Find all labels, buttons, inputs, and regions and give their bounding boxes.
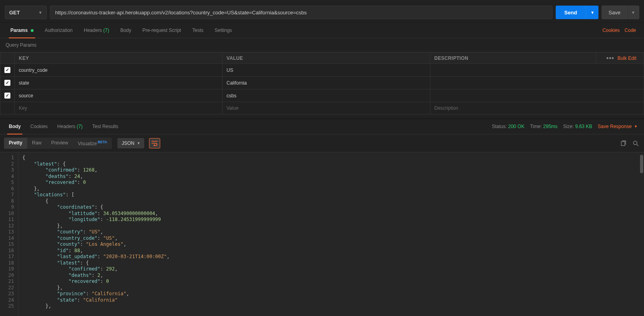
resp-tab-headers[interactable]: Headers (7) <box>52 119 87 134</box>
green-dot-icon <box>31 29 34 32</box>
send-button[interactable]: Send <box>556 6 586 19</box>
param-description[interactable] <box>430 80 644 86</box>
resp-tab-cookies[interactable]: Cookies <box>26 119 52 134</box>
svg-point-1 <box>633 141 637 144</box>
cookies-link[interactable]: Cookies <box>602 28 620 33</box>
scrollbar-thumb[interactable] <box>640 155 643 173</box>
tab-prerequest[interactable]: Pre-request Script <box>137 23 187 38</box>
response-tabs: Body Cookies Headers (7) Test Results St… <box>0 118 644 134</box>
response-meta: Status: 200 OK Time: 295ms Size: 9.63 KB… <box>489 120 640 133</box>
param-row: ✓ source csbs <box>0 89 644 102</box>
resp-tab-body[interactable]: Body <box>4 119 26 134</box>
param-key[interactable]: country_code <box>15 64 222 76</box>
param-key[interactable]: state <box>15 77 222 89</box>
more-icon[interactable]: ••• <box>606 55 614 62</box>
tab-authorization[interactable]: Authorization <box>39 23 78 38</box>
save-dropdown[interactable]: ▼ <box>627 6 639 19</box>
response-code-area: 1234567891011121314151617181920212223242… <box>0 152 644 316</box>
size-value: 9.63 KB <box>575 124 592 129</box>
param-checkbox[interactable]: ✓ <box>4 93 10 99</box>
tab-params[interactable]: Params <box>5 23 39 38</box>
url-input[interactable]: https://coronavirus-tracker-api.herokuap… <box>50 6 553 19</box>
param-value[interactable]: US <box>223 64 430 76</box>
status-value: 200 OK <box>508 124 525 129</box>
tab-tests[interactable]: Tests <box>187 23 209 38</box>
param-key[interactable]: source <box>15 90 222 102</box>
format-select[interactable]: JSON ▼ <box>117 138 144 148</box>
svg-rect-0 <box>621 142 625 146</box>
method-label: GET <box>9 10 20 16</box>
view-mode-group: Pretty Raw Preview VisualizeBETA <box>4 138 112 149</box>
tab-headers[interactable]: Headers (7) <box>78 23 115 38</box>
param-value-input[interactable]: Value <box>223 102 430 114</box>
view-pretty[interactable]: Pretty <box>4 138 27 149</box>
params-th-check <box>0 53 15 64</box>
time-value: 295ms <box>543 124 558 129</box>
body-toolbar: Pretty Raw Preview VisualizeBETA JSON ▼ <box>0 134 644 152</box>
param-row: ✓ country_code US <box>0 64 644 77</box>
wrap-toggle-button[interactable] <box>149 138 160 148</box>
view-raw[interactable]: Raw <box>27 138 46 149</box>
param-checkbox[interactable]: ✓ <box>4 67 10 73</box>
chevron-down-icon: ▼ <box>137 141 140 145</box>
params-th-key: KEY <box>15 53 223 64</box>
search-icon[interactable] <box>631 139 640 148</box>
param-description[interactable] <box>430 67 644 73</box>
chevron-down-icon: ▼ <box>38 10 42 15</box>
params-table: KEY VALUE DESCRIPTION ••• Bulk Edit ✓ co… <box>0 52 644 115</box>
params-th-description: DESCRIPTION <box>430 53 596 64</box>
bulk-edit-link[interactable]: Bulk Edit <box>618 55 636 61</box>
param-value[interactable]: csbs <box>223 90 430 102</box>
request-bar: GET ▼ https://coronavirus-tracker-api.he… <box>0 0 644 23</box>
param-key-input[interactable]: Key <box>15 102 222 114</box>
param-description-input[interactable]: Description <box>430 102 644 114</box>
wrap-icon <box>151 140 158 146</box>
method-select[interactable]: GET ▼ <box>5 6 47 19</box>
code-link[interactable]: Code <box>624 28 636 33</box>
param-value[interactable]: California <box>223 77 430 89</box>
save-button[interactable]: Save <box>602 6 627 19</box>
save-response-button[interactable]: Save Response ▼ <box>598 124 638 129</box>
request-tabs: Params Authorization Headers (7) Body Pr… <box>0 23 644 38</box>
resp-tab-testresults[interactable]: Test Results <box>87 119 123 134</box>
param-row-new: Key Value Description <box>0 102 644 115</box>
view-preview[interactable]: Preview <box>46 138 73 149</box>
save-button-group: Save ▼ <box>602 6 639 19</box>
param-checkbox[interactable]: ✓ <box>4 80 10 86</box>
param-description[interactable] <box>430 93 644 99</box>
view-visualize[interactable]: VisualizeBETA <box>73 138 112 149</box>
copy-icon[interactable] <box>618 139 627 148</box>
send-button-group: Send ▼ <box>556 6 599 19</box>
params-th-actions: ••• Bulk Edit <box>596 53 644 64</box>
beta-badge: BETA <box>98 140 107 144</box>
chevron-down-icon: ▼ <box>634 124 638 128</box>
tab-body[interactable]: Body <box>115 23 137 38</box>
send-dropdown[interactable]: ▼ <box>586 6 598 19</box>
query-params-title: Query Params <box>0 38 644 52</box>
request-tabs-right: Cookies Code <box>599 23 639 38</box>
line-gutter: 1234567891011121314151617181920212223242… <box>0 152 18 316</box>
response-json[interactable]: { "latest": { "confirmed": 1268, "deaths… <box>18 152 644 316</box>
param-row: ✓ state California <box>0 77 644 89</box>
params-th-value: VALUE <box>223 53 430 64</box>
url-text: https://coronavirus-tracker-api.herokuap… <box>55 10 307 16</box>
tab-settings[interactable]: Settings <box>209 23 237 38</box>
